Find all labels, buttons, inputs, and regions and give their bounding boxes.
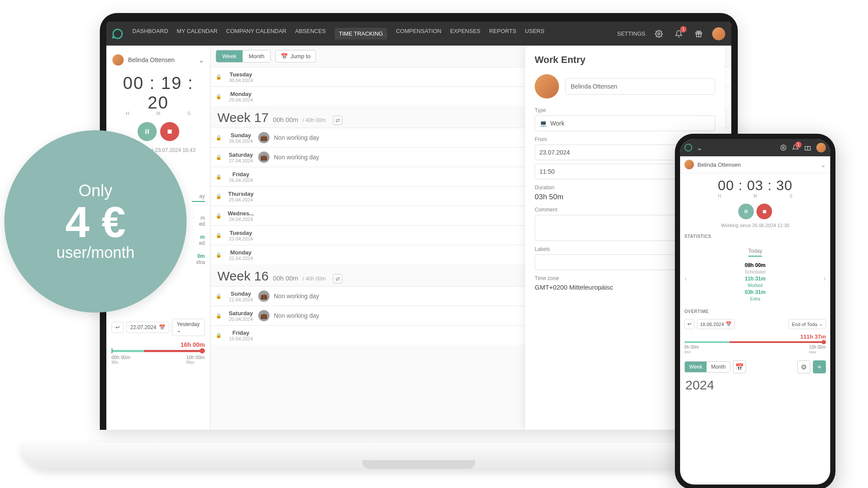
lock-icon: 🔒 [216, 293, 222, 299]
user-avatar[interactable] [712, 27, 725, 40]
phone-user-avatar [684, 160, 694, 169]
overtime-value: 16h 00m [112, 341, 205, 348]
lock-icon: 🔒 [216, 313, 222, 319]
phone-overtime-label: OVERTIME [680, 307, 830, 317]
phone-year-label: 2024 [680, 377, 830, 393]
phone-stats-label: STATISTICS [680, 231, 830, 241]
nav-compensation[interactable]: COMPENSATION [396, 28, 441, 40]
stop-button[interactable] [160, 122, 179, 141]
we-type-select[interactable]: 💻Work [535, 115, 715, 131]
pause-button[interactable] [138, 122, 157, 141]
briefcase-icon: 💼 [258, 290, 270, 302]
lock-icon: 🔒 [216, 252, 222, 258]
bell-icon[interactable]: 1 [672, 27, 685, 40]
date-picker[interactable]: 22.07.2024 📅 [126, 322, 169, 333]
lock-icon: 🔒 [216, 333, 222, 338]
nav-my-calendar[interactable]: MY CALENDAR [177, 28, 217, 40]
side-stats-partial: ay m ed m ed 0m xtra [192, 193, 205, 265]
phone-calendar-button[interactable]: 📅 [733, 360, 746, 373]
phone-ot-back-button[interactable]: ↩ [684, 319, 694, 329]
phone-month-tab[interactable]: Month [707, 362, 730, 372]
phone-topbar: ⌄ 1 [680, 139, 830, 156]
phone-timer: 00 : 03 : 30 HMS [680, 173, 830, 200]
user-selector-avatar [112, 54, 124, 66]
nav-company-calendar[interactable]: COMPANY CALENDAR [226, 28, 286, 40]
briefcase-icon: 💼 [258, 132, 270, 143]
phone-stats-prev[interactable]: ‹ [684, 274, 687, 283]
phone-week-tab[interactable]: Week [685, 362, 707, 372]
svg-rect-13 [763, 210, 766, 213]
phone-pause-button[interactable] [738, 204, 754, 219]
shuffle-icon[interactable]: ⇄ [333, 274, 342, 284]
chevron-down-icon: ⌄ [198, 56, 204, 64]
chevron-down-icon: ⌄ [820, 161, 826, 169]
app-logo [112, 29, 123, 39]
work-entry-title: Work Entry [535, 54, 715, 66]
phone-add-button[interactable]: ＋ [813, 360, 826, 373]
svg-rect-4 [145, 129, 147, 134]
nav-reports[interactable]: REPORTS [489, 28, 516, 40]
price-per: user/month [56, 244, 135, 262]
nav-dashboard[interactable]: DASHBOARD [132, 28, 168, 40]
phone-filter-button[interactable]: ⚙ [797, 360, 810, 373]
lock-icon: 🔒 [216, 213, 222, 219]
lock-icon: 🔒 [216, 155, 222, 160]
price-badge: Only 4 € user/month [4, 130, 187, 313]
nav-settings[interactable]: SETTINGS [617, 30, 645, 37]
phone-ot-value: 111h 37m [684, 333, 826, 340]
calendar-icon: 📅 [159, 324, 165, 330]
svg-rect-6 [168, 129, 171, 133]
notif-badge: 1 [680, 26, 687, 33]
phone-logo [684, 144, 692, 152]
jump-to-button[interactable]: 📅Jump to [275, 50, 316, 63]
phone-gear-icon[interactable] [780, 144, 787, 151]
phone-bell-icon[interactable]: 1 [792, 144, 799, 151]
phone-stats-card: ‹ › Today 08h 00m Scheduled 11h 31m Work… [682, 241, 829, 307]
phone-ot-date-picker[interactable]: 18.06.2024 📅 [697, 319, 735, 329]
gear-icon[interactable] [652, 27, 665, 40]
user-selector-name: Belinda Ottensen [128, 56, 194, 63]
svg-rect-12 [746, 210, 747, 213]
svg-rect-11 [745, 210, 746, 213]
lock-icon: 🔒 [216, 233, 222, 238]
phone-avatar[interactable] [816, 143, 826, 152]
we-user-field[interactable]: Belinda Ottensen [565, 78, 715, 95]
laptop-mockup: DASHBOARD MY CALENDAR COMPANY CALENDAR A… [100, 13, 738, 447]
phone-mockup: ⌄ 1 Belinda Ottensen ⌄ 00 : 03 : 30 HMS … [675, 134, 835, 488]
lock-icon: 🔒 [216, 94, 222, 99]
svg-point-0 [658, 33, 660, 35]
phone-since: Working since 26.06.2024 11:30 [680, 223, 830, 228]
phone-stop-button[interactable] [756, 204, 772, 219]
lock-icon: 🔒 [216, 74, 222, 80]
shuffle-icon[interactable]: ⇄ [333, 115, 342, 125]
user-selector[interactable]: Belinda Ottensen ⌄ [112, 52, 204, 68]
gift-icon[interactable] [692, 27, 705, 40]
phone-gift-icon[interactable] [804, 144, 811, 151]
we-type-label: Type [535, 107, 715, 113]
phone-user-selector[interactable]: Belinda Ottensen ⌄ [680, 156, 830, 173]
nav-time-tracking[interactable]: TIME TRACKING [335, 28, 388, 40]
phone-ot-preset[interactable]: End of Toda ⌄ [789, 319, 826, 329]
price-amount: 4 € [65, 200, 125, 244]
nav-absences[interactable]: ABSENCES [295, 28, 326, 40]
svg-rect-5 [148, 129, 149, 134]
overtime-bar [112, 350, 205, 352]
phone-stats-next[interactable]: › [823, 274, 826, 283]
chevron-down-icon[interactable]: ⌄ [697, 144, 702, 152]
lock-icon: 🔒 [216, 174, 222, 180]
svg-point-8 [781, 145, 786, 150]
date-back-button[interactable]: ↩ [112, 322, 124, 333]
briefcase-icon: 💼 [258, 152, 270, 163]
briefcase-icon: 💼 [258, 310, 270, 321]
phone-ot-bar [684, 341, 826, 343]
view-segment: Week Month [216, 50, 271, 63]
phone-today-tab[interactable]: Today [748, 248, 762, 257]
top-nav: DASHBOARD MY CALENDAR COMPANY CALENDAR A… [106, 22, 731, 46]
month-tab[interactable]: Month [243, 50, 270, 62]
nav-expenses[interactable]: EXPENSES [450, 28, 480, 40]
nav-users[interactable]: USERS [525, 28, 545, 40]
timer-display: 00 : 19 : 20 HMS [112, 73, 204, 116]
week-tab[interactable]: Week [216, 50, 243, 62]
calendar-icon: 📅 [281, 53, 288, 59]
date-preset-select[interactable]: Yesterday ⌄ [172, 319, 205, 336]
